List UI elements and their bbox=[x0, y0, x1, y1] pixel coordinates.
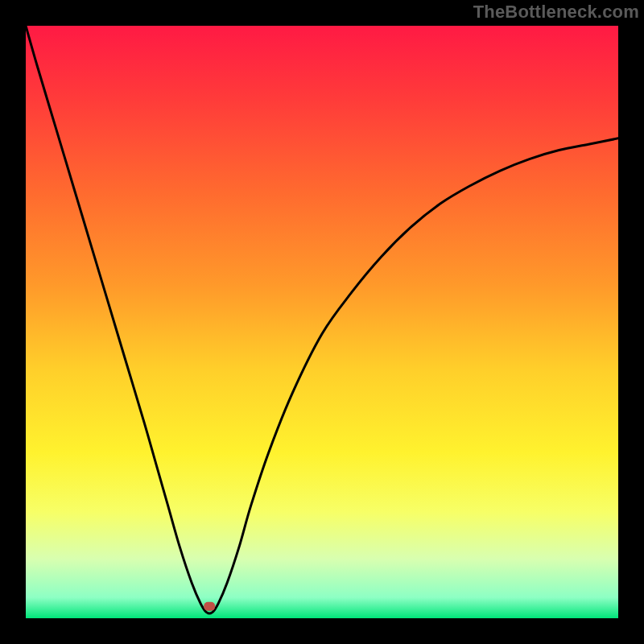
gradient-plot bbox=[26, 26, 618, 618]
plot-area bbox=[26, 26, 618, 618]
watermark-text: TheBottleneck.com bbox=[473, 2, 639, 23]
optimal-marker bbox=[204, 602, 215, 611]
chart-frame: TheBottleneck.com bbox=[0, 0, 644, 644]
